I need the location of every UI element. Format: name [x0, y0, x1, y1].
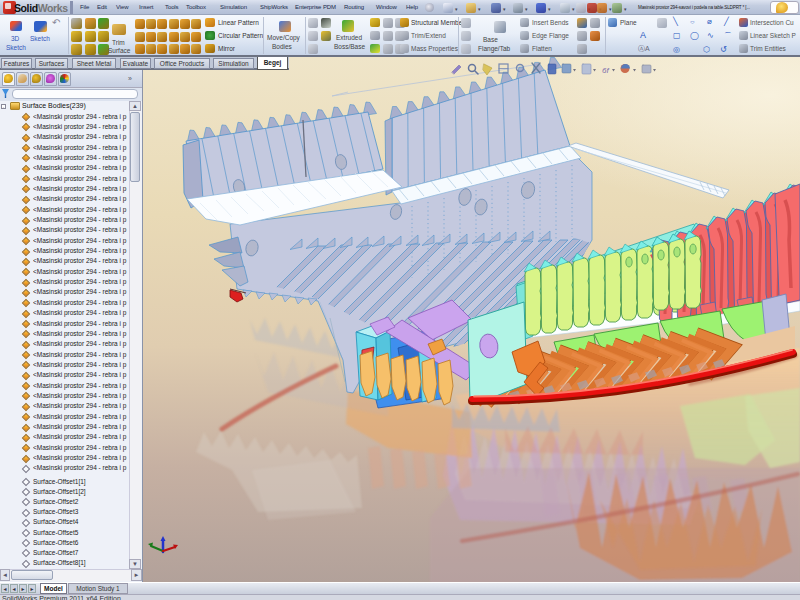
- svg-text:6f: 6f: [602, 66, 609, 75]
